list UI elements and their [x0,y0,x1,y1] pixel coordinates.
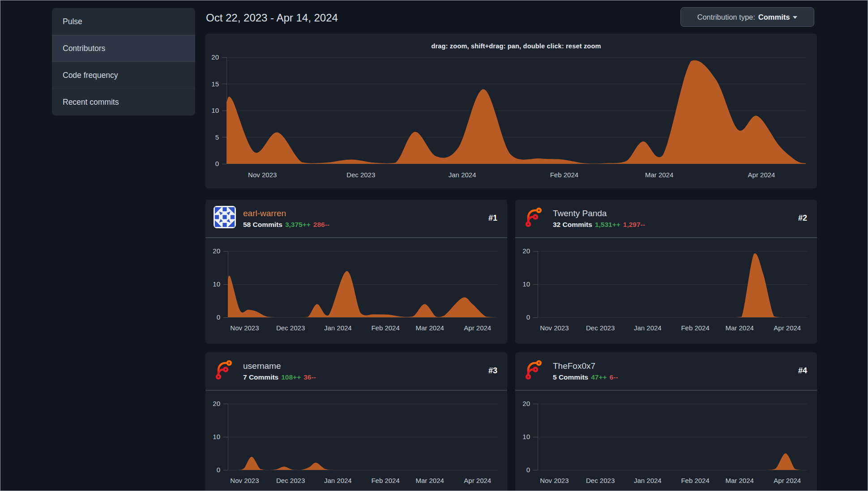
contributor-commits-chart[interactable]: 20100Nov 2023Dec 2023Jan 2024Feb 2024Mar… [515,352,817,491]
y-tickmark [222,111,227,111]
y-tickmark [222,57,227,58]
y-axis-label: 20 [515,247,530,255]
contributor-card-1: earl-warren 58 Commits3,375++286-- #1 20… [205,200,507,344]
x-axis-label: Mar 2024 [639,171,680,179]
y-tickmark [223,437,228,437]
commits-area-series [228,251,498,317]
commits-area-series [538,404,808,470]
sidebar-item-recent-commits[interactable]: Recent commits [52,89,195,115]
activity-sidebar: Pulse Contributors Code frequency Recent… [52,8,195,115]
x-axis-label: Jan 2024 [442,171,483,179]
y-axis-label: 10 [205,107,219,115]
y-axis-label: 0 [205,466,220,474]
x-axis-label: Dec 2023 [270,477,311,484]
contribution-type-value: Commits [758,13,790,21]
y-tickmark [533,470,538,470]
sidebar-item-pulse[interactable]: Pulse [52,8,195,35]
repo-contributors-page: Pulse Contributors Code frequency Recent… [0,0,868,491]
contribution-type-dropdown[interactable]: Contribution type: Commits [680,7,814,27]
contributor-card-2: Twenty Panda 32 Commits1,531++1,297-- #2… [515,200,817,344]
total-commits-panel: drag: zoom, shift+drag: pan, double clic… [205,34,817,188]
x-axis-label: Dec 2023 [580,324,620,332]
x-axis-label: Dec 2023 [341,171,381,179]
x-axis-label: Feb 2024 [365,324,406,332]
y-axis-label: 10 [205,433,220,441]
contributor-commits-chart[interactable]: 20100Nov 2023Dec 2023Jan 2024Feb 2024Mar… [205,200,507,344]
contributor-card-3: username 7 Commits108++36-- #3 20100Nov … [205,352,507,491]
sidebar-item-contributors[interactable]: Contributors [52,35,195,62]
x-axis-label: Jan 2024 [318,477,358,484]
x-axis-label: Feb 2024 [365,477,406,484]
x-axis-label: Dec 2023 [270,324,311,332]
x-axis-label: Apr 2024 [741,171,782,179]
y-tickmark [223,404,228,404]
y-tickmark [222,137,227,137]
x-axis-label: Jan 2024 [318,324,358,332]
x-axis-label: Mar 2024 [410,477,450,484]
y-axis-label: 20 [515,400,530,408]
y-tickmark [222,84,227,84]
y-axis-label: 0 [205,160,219,168]
y-tickmark [223,317,228,318]
y-axis-label: 20 [205,53,219,61]
y-tickmark [533,317,538,318]
y-tickmark [533,284,538,285]
y-tickmark [222,164,227,164]
contributor-commits-chart[interactable]: 20100Nov 2023Dec 2023Jan 2024Feb 2024Mar… [515,200,817,344]
x-axis-label: Nov 2023 [534,324,574,332]
x-axis-label: Mar 2024 [719,324,760,332]
x-axis-label: Feb 2024 [675,324,715,332]
chevron-down-icon [793,16,797,19]
x-axis-label: Nov 2023 [534,477,574,484]
y-tickmark [533,437,538,437]
x-axis-label: Dec 2023 [580,477,620,484]
x-axis-label: Nov 2023 [224,477,265,484]
x-axis-label: Jan 2024 [628,324,668,332]
y-axis-label: 0 [515,466,530,474]
y-axis-label: 10 [515,280,530,288]
contributor-commits-chart[interactable]: 20100Nov 2023Dec 2023Jan 2024Feb 2024Mar… [205,352,507,491]
y-axis-label: 15 [205,80,219,88]
y-axis-label: 5 [205,133,219,141]
y-tickmark [223,251,228,252]
x-axis-label: Mar 2024 [410,324,450,332]
x-axis-label: Apr 2024 [767,477,808,484]
contribution-type-label: Contribution type: [697,13,755,21]
x-axis-label: Mar 2024 [719,477,760,484]
y-axis-label: 20 [205,247,220,255]
main-commits-chart[interactable]: 20151050Nov 2023Dec 2023Jan 2024Feb 2024… [205,34,817,188]
x-axis-label: Feb 2024 [675,477,715,484]
y-axis-label: 10 [515,433,530,441]
x-axis-label: Nov 2023 [242,171,282,179]
y-axis-label: 10 [205,280,220,288]
y-tickmark [223,284,228,285]
commits-area-series [538,251,808,317]
y-tickmark [223,470,228,470]
y-axis-label: 20 [205,400,220,408]
y-tickmark [533,251,538,252]
commits-area-series [228,404,498,470]
x-axis-label: Apr 2024 [458,477,498,484]
x-axis-label: Feb 2024 [544,171,584,179]
date-range-title: Oct 22, 2023 - Apr 14, 2024 [206,12,338,24]
x-axis-label: Jan 2024 [628,477,668,484]
x-axis-label: Apr 2024 [458,324,498,332]
sidebar-item-code-frequency[interactable]: Code frequency [52,62,195,89]
contributor-card-4: TheFox0x7 5 Commits47++6-- #4 20100Nov 2… [515,352,817,491]
x-axis-label: Nov 2023 [224,324,265,332]
y-tickmark [533,404,538,404]
commits-area-series [227,57,806,164]
x-axis-label: Apr 2024 [767,324,808,332]
y-axis-label: 0 [205,313,220,321]
y-axis-label: 0 [515,313,530,321]
